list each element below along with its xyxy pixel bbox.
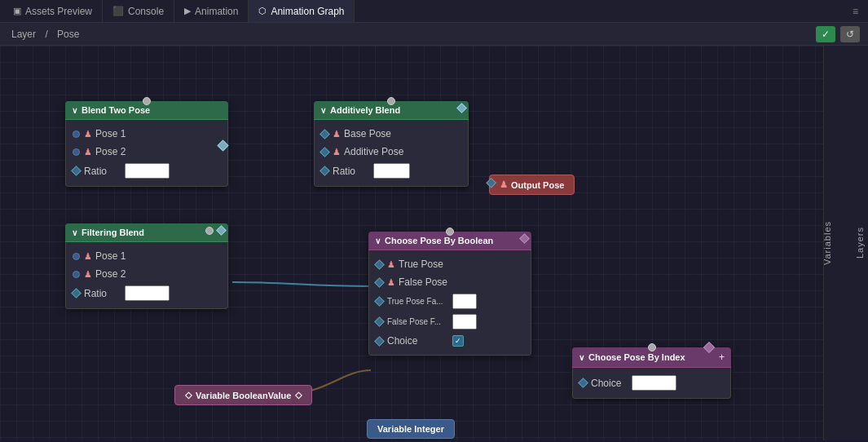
output-pose-left-port — [486, 177, 496, 188]
add-ratio-port — [319, 166, 330, 176]
additively-blend-title: Additively Blend — [330, 105, 400, 115]
add-pose-button[interactable]: + — [719, 351, 725, 363]
index-choice-row: Choice 0 — [573, 373, 730, 393]
additive-pose-port — [319, 147, 330, 157]
tab-menu-button[interactable]: ≡ — [846, 2, 865, 20]
true-pose-row: ♟ True Pose — [369, 255, 531, 273]
choose-pose-index-header[interactable]: ∨ Choose Pose By Index + — [572, 347, 731, 368]
true-pose-port — [374, 259, 385, 270]
additively-blend-body: ♟ Base Pose ♟ Additive Pose Ratio -10 — [314, 120, 469, 187]
animation-graph-canvas[interactable]: ∨ Blend Two Pose ♟ Pose 1 ♟ Pose 2 — [0, 46, 823, 440]
false-pose-row: ♟ False Pose — [369, 273, 531, 291]
tab-animation[interactable]: ▶ Animation — [174, 0, 249, 22]
ratio-input[interactable]: 1 — [125, 163, 170, 179]
base-pose-port — [319, 129, 330, 139]
side-panel: Layers Variables — [823, 46, 868, 440]
chevron-icon-4: ∨ — [375, 236, 381, 245]
true-pose-fa-input[interactable]: 0 — [452, 294, 477, 309]
f-pose1-row: ♟ Pose 1 — [66, 247, 227, 265]
true-pose-fa-row: True Pose Fa... 0 — [369, 291, 531, 312]
variable-boolean-node[interactable]: ◇ Variable BooleanValue ◇ — [174, 385, 312, 405]
layers-label[interactable]: Layers — [852, 220, 868, 265]
add-ratio-input[interactable]: -10 — [373, 163, 410, 179]
chevron-icon-5: ∨ — [579, 353, 584, 362]
blend-two-pose-node: ∨ Blend Two Pose ♟ Pose 1 ♟ Pose 2 — [65, 101, 228, 187]
f-ratio-input[interactable]: 1 — [125, 285, 170, 301]
confirm-button[interactable]: ✓ — [816, 26, 835, 42]
tab-animation-graph[interactable]: ⬡ Animation Graph — [249, 0, 355, 22]
filtering-blend-body: ♟ Pose 1 ♟ Pose 2 Ratio 1 — [65, 242, 228, 309]
true-pose-fa-port — [374, 296, 385, 307]
animation-icon: ▶ — [184, 6, 191, 16]
blend-two-pose-top-port — [143, 97, 151, 105]
assets-icon: ▣ — [13, 6, 21, 16]
choose-boolean-right-port — [519, 233, 530, 244]
base-pose-row: ♟ Base Pose — [315, 125, 468, 143]
tab-console[interactable]: ⬛ Console — [103, 0, 174, 22]
false-pose-f-input[interactable]: 0 — [452, 314, 477, 329]
f-pose2-port — [73, 271, 80, 278]
pose1-row: ♟ Pose 1 — [66, 125, 227, 143]
chevron-icon-3: ∨ — [320, 106, 326, 115]
choose-index-right-top-port — [703, 342, 715, 353]
f-pose1-port — [73, 253, 80, 260]
output-pose-node[interactable]: ♟ Output Pose — [489, 175, 575, 195]
choose-pose-index-node: ∨ Choose Pose By Index + Choice 0 — [572, 347, 731, 399]
ratio-port — [71, 166, 82, 176]
anim-graph-icon: ⬡ — [258, 6, 267, 16]
false-pose-f-port — [374, 316, 385, 327]
additively-blend-node: ∨ Additively Blend ♟ Base Pose ♟ Additiv… — [314, 101, 469, 187]
index-choice-port — [578, 378, 588, 388]
false-pose-f-row: False Pose F... 0 — [369, 312, 531, 332]
tab-bar: ▣ Assets Preview ⬛ Console ▶ Animation ⬡… — [0, 0, 868, 23]
f-ratio-port — [71, 288, 82, 298]
additively-blend-right-port — [456, 103, 467, 113]
breadcrumb-bar: Layer / Pose ✓ ↺ — [0, 23, 868, 46]
pose2-port — [73, 148, 80, 156]
choose-pose-index-body: Choice 0 — [572, 368, 731, 399]
main-content: ∨ Blend Two Pose ♟ Pose 1 ♟ Pose 2 — [0, 46, 868, 440]
f-ratio-row: Ratio 1 — [66, 283, 227, 303]
choice-checkbox[interactable]: ✓ — [452, 335, 464, 347]
refresh-button[interactable]: ↺ — [840, 26, 860, 42]
variables-label[interactable]: Variables — [819, 214, 835, 272]
f-pose2-row: ♟ Pose 2 — [66, 265, 227, 283]
filtering-blend-title: Filtering Blend — [82, 228, 144, 237]
filtering-blend-right-port — [216, 225, 227, 236]
breadcrumb: Layer / Pose — [8, 29, 82, 40]
variable-integer-node[interactable]: Variable Integer — [367, 419, 455, 439]
ratio-row: Ratio 1 — [66, 161, 227, 181]
choose-pose-boolean-body: ♟ True Pose ♟ False Pose True Pose Fa...… — [368, 250, 531, 356]
filtering-blend-node: ∨ Filtering Blend ♟ Pose 1 ♟ Pose 2 — [65, 223, 228, 309]
add-ratio-row: Ratio -10 — [315, 161, 468, 181]
console-icon: ⬛ — [112, 6, 124, 16]
choice-port — [374, 336, 385, 347]
additively-blend-top-port — [387, 97, 395, 105]
false-pose-port — [374, 277, 385, 288]
choose-boolean-top-port — [446, 228, 454, 236]
additive-pose-row: ♟ Additive Pose — [315, 143, 468, 161]
choice-row: Choice ✓ — [369, 332, 531, 350]
pose1-port — [73, 130, 80, 138]
choose-pose-boolean-header[interactable]: ∨ Choose Pose By Boolean — [368, 232, 531, 250]
choose-pose-boolean-node: ∨ Choose Pose By Boolean ♟ True Pose ♟ F… — [368, 232, 531, 356]
additively-blend-header[interactable]: ∨ Additively Blend — [314, 101, 469, 120]
chevron-icon-2: ∨ — [72, 228, 77, 237]
index-choice-input[interactable]: 0 — [632, 375, 676, 391]
variable-boolean-right-diamond: ◇ — [295, 390, 302, 400]
filtering-blend-top-port — [205, 227, 214, 235]
tab-assets[interactable]: ▣ Assets Preview — [3, 0, 103, 22]
breadcrumb-actions: ✓ ↺ — [816, 26, 860, 42]
filtering-blend-header[interactable]: ∨ Filtering Blend — [65, 223, 228, 242]
variable-boolean-diamond: ◇ — [185, 390, 192, 400]
pose2-row: ♟ Pose 2 — [66, 143, 227, 161]
chevron-icon: ∨ — [72, 106, 77, 115]
choose-index-top-port — [648, 343, 656, 351]
blend-two-pose-body: ♟ Pose 1 ♟ Pose 2 Ratio 1 — [65, 120, 228, 187]
blend-two-pose-header[interactable]: ∨ Blend Two Pose — [65, 101, 228, 120]
